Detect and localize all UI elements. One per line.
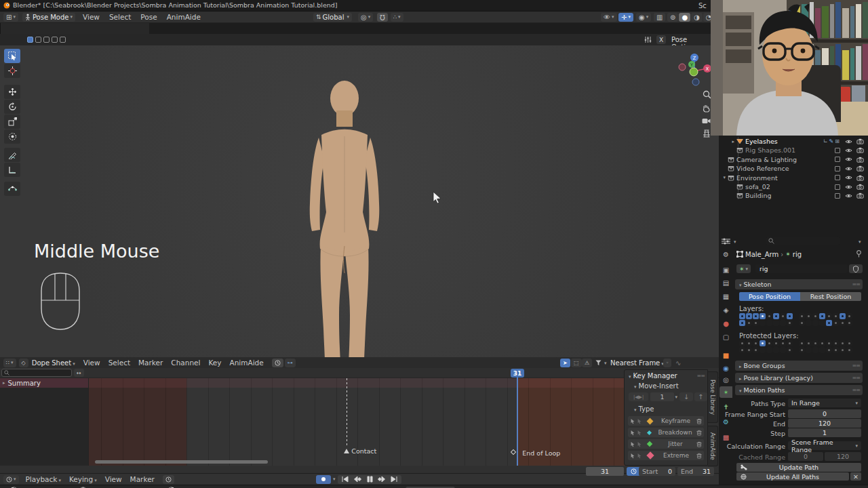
layer-toggle[interactable] xyxy=(826,347,832,353)
ds-clock-icon[interactable] xyxy=(272,365,283,367)
layer-toggle[interactable] xyxy=(833,320,839,326)
show-errors-toggle[interactable]: ⚠ xyxy=(582,365,592,367)
jump-to-start-button[interactable] xyxy=(339,476,351,483)
tool-scale[interactable] xyxy=(4,115,20,129)
type-header[interactable]: ▾Type xyxy=(633,405,707,413)
layer-toggle[interactable] xyxy=(773,347,779,353)
render-camera-icon[interactable] xyxy=(856,165,864,171)
ds-nudge-icon[interactable]: ⊶ xyxy=(285,365,296,367)
outliner-item-label[interactable]: Rig Shapes.001 xyxy=(745,146,835,154)
layer-toggle[interactable] xyxy=(739,313,745,319)
viewport-menu-select[interactable]: Select xyxy=(104,13,136,21)
show-object-types-button[interactable]: 👁▾ xyxy=(601,13,617,22)
prev-keyframe-button[interactable] xyxy=(351,476,363,483)
layer-toggle[interactable] xyxy=(806,320,812,326)
pivot-point-button[interactable]: ◎▾ xyxy=(358,13,373,22)
layer-toggle[interactable] xyxy=(833,313,839,319)
layer-toggle[interactable] xyxy=(746,347,752,353)
dopesheet-menu-key[interactable]: Key xyxy=(204,365,225,367)
layer-toggle[interactable] xyxy=(787,313,793,319)
layer-toggle[interactable] xyxy=(819,313,825,319)
xray-toggle[interactable]: ▥ xyxy=(654,13,665,22)
tool-rotate[interactable] xyxy=(4,100,20,114)
frame-start-field[interactable]: Start0 xyxy=(639,467,675,476)
layer-toggle[interactable] xyxy=(806,347,812,353)
move-insert-amount-field[interactable]: 1 xyxy=(650,392,673,401)
frame-end-field[interactable]: End31 xyxy=(677,467,714,476)
marker-triangle-icon[interactable] xyxy=(344,449,349,453)
layer-toggle[interactable] xyxy=(812,313,818,319)
layer-toggle[interactable] xyxy=(846,347,852,353)
layer-toggle[interactable] xyxy=(760,320,766,326)
outliner-item-label[interactable]: Eyelashes xyxy=(745,138,823,145)
trash-icon[interactable] xyxy=(696,430,702,436)
hide-eye-icon[interactable] xyxy=(845,139,852,144)
selectable-checkbox[interactable] xyxy=(835,157,840,162)
select-mode-option-1[interactable] xyxy=(27,37,33,43)
only-selected-toggle[interactable]: ➤ xyxy=(560,365,570,367)
select-mode-option-5[interactable] xyxy=(60,37,66,43)
selectable-checkbox[interactable] xyxy=(835,175,840,180)
viewport-menu-pose[interactable]: Pose xyxy=(136,13,161,21)
tab-animaide[interactable]: AnimAide xyxy=(708,426,718,466)
layer-toggle[interactable] xyxy=(812,347,818,353)
select-mode-option-4[interactable] xyxy=(52,37,58,43)
properties-tab-render[interactable]: ▣ xyxy=(719,264,732,276)
keytype-row-breakdown[interactable]: Breakdown xyxy=(628,428,704,437)
dopesheet-menu-view[interactable]: View xyxy=(79,365,104,367)
current-frame-badge[interactable]: 31 xyxy=(511,369,524,378)
deselect-keytype-icon[interactable] xyxy=(637,430,642,436)
properties-tab-constraints[interactable]: ◎ xyxy=(719,374,732,386)
marker-label[interactable]: Contact xyxy=(351,447,376,455)
channel-search-input[interactable] xyxy=(1,369,72,377)
layer-toggle[interactable] xyxy=(826,340,832,346)
layer-toggle[interactable] xyxy=(819,347,825,353)
outliner-row[interactable]: Video Reference xyxy=(720,164,867,173)
tool-options-icon[interactable] xyxy=(644,36,652,43)
bone-groups-panel-header[interactable]: ▸Bone Groups≡≡ xyxy=(735,361,863,371)
layer-toggle[interactable] xyxy=(766,313,772,319)
playback-menu-playback[interactable]: Playback▾ xyxy=(22,475,65,483)
dopesheet-menu-select[interactable]: Select xyxy=(104,365,134,367)
layer-toggle[interactable] xyxy=(760,313,766,319)
outliner-row[interactable]: sofa_02 xyxy=(720,182,867,191)
layer-toggle[interactable] xyxy=(753,320,759,326)
snap-settings-button[interactable]: ∴▾ xyxy=(391,13,403,22)
tab-pose-library[interactable]: Pose Library xyxy=(708,371,718,423)
hide-eye-icon[interactable] xyxy=(845,148,852,153)
layer-toggle[interactable] xyxy=(812,340,818,346)
proportional-edit-icon[interactable]: ◦ xyxy=(663,365,671,367)
layer-toggle[interactable] xyxy=(799,320,805,326)
layer-toggle[interactable] xyxy=(826,320,832,326)
frame-range-start-field[interactable]: 0 xyxy=(788,409,861,418)
motion-paths-panel-header[interactable]: ▾Motion Paths≡≡ xyxy=(735,385,863,395)
key-manager-header[interactable]: ▾Key Manager≡≡ xyxy=(627,372,705,380)
layer-toggle[interactable] xyxy=(766,340,772,346)
layer-toggle[interactable] xyxy=(773,313,779,319)
character-mesh[interactable] xyxy=(285,71,400,357)
layer-toggle[interactable] xyxy=(846,313,852,319)
summary-channel[interactable]: ▸Summary xyxy=(0,378,88,388)
clear-pose-options-button[interactable]: X xyxy=(656,35,666,44)
layer-toggle[interactable] xyxy=(833,340,839,346)
layer-toggle[interactable] xyxy=(760,347,766,353)
tool-select-box[interactable] xyxy=(4,49,20,63)
pause-button[interactable] xyxy=(363,476,376,483)
keytype-row-extreme[interactable]: Extreme xyxy=(628,451,704,460)
camera-view-icon[interactable] xyxy=(702,117,711,124)
properties-search-input[interactable] xyxy=(765,237,841,245)
shading-wireframe-button[interactable]: ⊚ xyxy=(667,13,678,22)
trash-icon[interactable] xyxy=(696,441,702,447)
frame-range-end-field[interactable]: 120 xyxy=(788,419,861,428)
navigation-gizmo[interactable]: Z X Y xyxy=(677,51,712,89)
outliner-row[interactable]: Building xyxy=(720,191,867,200)
layer-toggle[interactable] xyxy=(787,347,793,353)
deselect-keytype-icon[interactable] xyxy=(637,441,642,447)
layer-toggle[interactable] xyxy=(746,320,752,326)
layer-toggle[interactable] xyxy=(739,340,745,346)
render-camera-icon[interactable] xyxy=(856,192,864,199)
viewport-3d[interactable]: Z X Y Middle Mouse xyxy=(0,45,719,357)
fake-user-shield-icon[interactable] xyxy=(849,264,863,273)
render-camera-icon[interactable] xyxy=(856,157,864,163)
move-up-button[interactable]: ↑ xyxy=(694,392,707,401)
